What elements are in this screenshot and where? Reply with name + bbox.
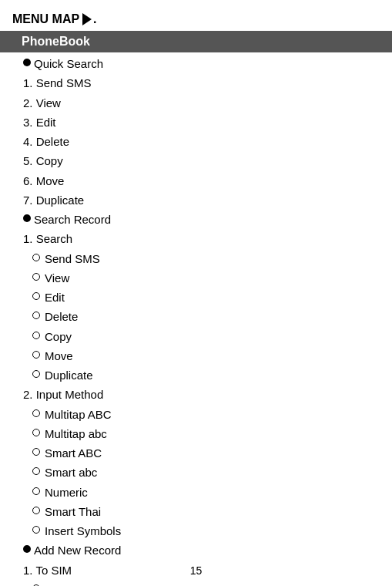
- phonebook-bar-label: PhoneBook: [22, 35, 90, 49]
- list-item: Smart Thai: [0, 502, 392, 521]
- list-item: 6. Move: [0, 171, 392, 190]
- bullet-circle-icon: [32, 292, 40, 300]
- menu-list: Quick Search1. Send SMS2. View3. Edit4. …: [0, 54, 392, 586]
- list-item: Smart abc: [0, 463, 392, 482]
- menu-map-dot: .: [93, 12, 96, 26]
- list-item: 5. Copy: [0, 151, 392, 170]
- item-label: 2. View: [23, 94, 61, 112]
- list-item: 2. Input Method: [0, 385, 392, 404]
- item-label: Copy: [45, 328, 72, 345]
- bullet-circle-icon: [32, 467, 40, 475]
- item-label: View: [45, 269, 69, 287]
- item-label: 2. Input Method: [23, 386, 103, 403]
- item-label: Smart Thai: [45, 503, 101, 520]
- list-item: 3. Edit: [0, 113, 392, 132]
- item-label: Smart abc: [45, 463, 97, 481]
- list-item: View: [0, 268, 392, 288]
- item-label: 1. Search: [23, 230, 72, 248]
- item-label: 3. Edit: [23, 113, 56, 131]
- list-item: Name: [0, 580, 392, 586]
- list-item: 4. Delete: [0, 132, 392, 151]
- list-item: Edit: [0, 288, 392, 307]
- list-item: Send SMS: [0, 249, 392, 268]
- item-label: 5. Copy: [23, 152, 63, 170]
- list-item: Numeric: [0, 483, 392, 502]
- item-label: 6. Move: [23, 172, 64, 190]
- menu-map-header: MENU MAP .: [0, 8, 392, 31]
- menu-map-label: MENU MAP: [12, 12, 79, 26]
- menu-map-arrow-icon: [82, 13, 92, 25]
- item-label: Delete: [45, 308, 78, 325]
- list-item: 1. Send SMS: [0, 73, 392, 93]
- bullet-circle-icon: [32, 409, 40, 417]
- list-item: 2. View: [0, 93, 392, 113]
- item-label: Add New Record: [34, 541, 121, 559]
- bullet-circle-icon: [32, 526, 40, 534]
- list-item: 1. Search: [0, 229, 392, 248]
- list-item: 7. Duplicate: [0, 190, 392, 210]
- bullet-circle-icon: [32, 351, 40, 359]
- bullet-filled-icon: [23, 59, 31, 66]
- bullet-filled-icon: [23, 545, 31, 553]
- item-label: 1. Send SMS: [23, 74, 91, 92]
- page-container: MENU MAP . PhoneBook Quick Search1. Send…: [0, 0, 392, 586]
- list-item: Smart ABC: [0, 443, 392, 463]
- item-label: Edit: [45, 288, 65, 306]
- list-item: Quick Search: [0, 54, 392, 73]
- bullet-circle-icon: [32, 507, 40, 514]
- item-label: 7. Duplicate: [23, 191, 84, 209]
- list-item: Search Record: [0, 210, 392, 229]
- list-item: Copy: [0, 327, 392, 346]
- bullet-filled-icon: [23, 214, 31, 222]
- item-label: 4. Delete: [23, 133, 69, 150]
- list-item: Multitap abc: [0, 424, 392, 443]
- page-number: 15: [0, 564, 392, 577]
- item-label: Move: [45, 347, 73, 365]
- list-item: Delete: [0, 307, 392, 326]
- bullet-circle-icon: [32, 312, 40, 319]
- item-label: Smart ABC: [45, 444, 102, 462]
- item-label: Quick Search: [34, 55, 103, 72]
- list-item: Insert Symbols: [0, 521, 392, 541]
- bullet-circle-icon: [32, 370, 40, 378]
- item-label: Numeric: [45, 483, 88, 501]
- bullet-circle-icon: [32, 448, 40, 456]
- list-item: Multitap ABC: [0, 405, 392, 424]
- item-label: Send SMS: [45, 250, 100, 268]
- item-label: Multitap abc: [45, 425, 107, 443]
- item-label: Duplicate: [45, 366, 93, 384]
- bullet-circle-icon: [32, 254, 40, 261]
- item-label: Search Record: [34, 210, 111, 228]
- bullet-circle-icon: [32, 332, 40, 339]
- bullet-circle-icon: [32, 487, 40, 495]
- list-item: Duplicate: [0, 365, 392, 385]
- phonebook-bar: PhoneBook: [0, 31, 392, 52]
- item-label: Multitap ABC: [45, 406, 112, 423]
- bullet-circle-icon: [32, 429, 40, 436]
- list-item: Move: [0, 346, 392, 365]
- bullet-circle-icon: [32, 273, 40, 281]
- item-label: Name: [45, 581, 75, 586]
- list-item: Add New Record: [0, 541, 392, 560]
- item-label: Insert Symbols: [45, 522, 121, 540]
